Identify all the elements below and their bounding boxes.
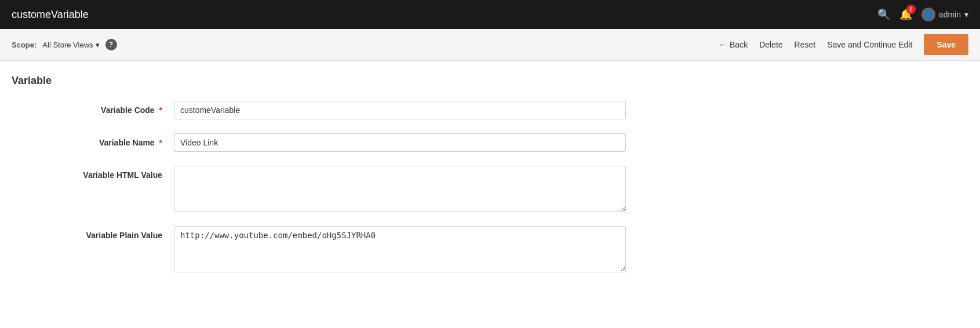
scope-select[interactable]: All Store Views ▾ [42, 41, 99, 49]
chevron-down-icon: ▾ [96, 41, 100, 49]
save-continue-button[interactable]: Save and Continue Edit [827, 40, 912, 49]
variable-html-textarea[interactable] [174, 166, 626, 212]
header-actions: 🔍 🔔 8 👤 admin ▾ [877, 8, 968, 21]
help-icon[interactable]: ? [105, 39, 117, 50]
variable-name-label: Variable Name * [12, 133, 174, 147]
required-star: * [159, 105, 162, 115]
chevron-down-icon: ▾ [964, 10, 968, 19]
avatar: 👤 [921, 8, 935, 21]
variable-plain-label: Variable Plain Value [12, 226, 174, 240]
reset-button[interactable]: Reset [795, 40, 816, 49]
variable-plain-row: Variable Plain Value http://www.youtube.… [12, 226, 968, 272]
variable-name-row: Variable Name * [12, 133, 968, 152]
section-title: Variable [12, 75, 968, 87]
variable-plain-textarea[interactable]: http://www.youtube.com/embed/oHg5SJYRHA0 [174, 226, 626, 272]
variable-html-row: Variable HTML Value [12, 166, 968, 212]
form-section: Variable Code * Variable Name * Variable… [12, 101, 968, 272]
variable-code-input[interactable] [174, 101, 626, 119]
save-button[interactable]: Save [924, 34, 968, 55]
toolbar-actions: ← Back Delete Reset Save and Continue Ed… [719, 34, 968, 55]
variable-html-label: Variable HTML Value [12, 166, 174, 180]
variable-code-row: Variable Code * [12, 101, 968, 119]
admin-menu-button[interactable]: 👤 admin ▾ [921, 8, 968, 21]
scope-label: Scope: [12, 41, 37, 49]
variable-code-label: Variable Code * [12, 101, 174, 115]
scope-section: Scope: All Store Views ▾ ? [12, 39, 117, 50]
required-star: * [159, 138, 162, 147]
back-button[interactable]: ← Back [719, 40, 748, 49]
delete-button[interactable]: Delete [759, 40, 782, 49]
search-button[interactable]: 🔍 [877, 8, 890, 21]
toolbar: Scope: All Store Views ▾ ? ← Back Delete… [0, 29, 980, 61]
page-title: customeVariable [12, 9, 89, 21]
admin-label: admin [939, 10, 961, 19]
top-header: customeVariable 🔍 🔔 8 👤 admin ▾ [0, 0, 980, 29]
back-arrow-icon: ← [719, 40, 727, 49]
notification-badge: 8 [906, 5, 916, 14]
notification-button[interactable]: 🔔 8 [899, 8, 912, 21]
variable-name-input[interactable] [174, 133, 626, 152]
main-content: Variable Variable Code * Variable Name *… [0, 61, 980, 300]
scope-value: All Store Views [42, 41, 93, 49]
